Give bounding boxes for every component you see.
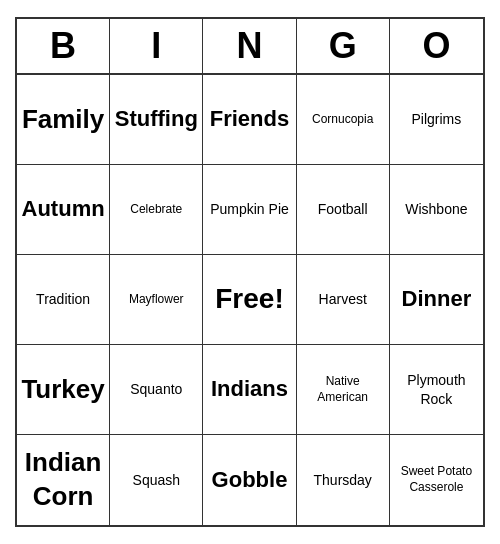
bingo-cell: Mayflower (110, 255, 203, 345)
bingo-cell: Tradition (17, 255, 110, 345)
bingo-cell: Stuffing (110, 75, 203, 165)
bingo-cell: Pilgrims (390, 75, 483, 165)
bingo-cell: Celebrate (110, 165, 203, 255)
bingo-cell: Family (17, 75, 110, 165)
bingo-cell: Indian Corn (17, 435, 110, 525)
header-letter: O (390, 19, 483, 73)
bingo-cell: Football (297, 165, 390, 255)
header-letter: I (110, 19, 203, 73)
bingo-card: BINGO FamilyStuffingFriendsCornucopiaPil… (15, 17, 485, 527)
bingo-cell: Cornucopia (297, 75, 390, 165)
bingo-cell: Gobble (203, 435, 296, 525)
bingo-cell: Pumpkin Pie (203, 165, 296, 255)
bingo-cell: Squanto (110, 345, 203, 435)
bingo-cell: Indians (203, 345, 296, 435)
header-letter: N (203, 19, 296, 73)
bingo-cell: Native American (297, 345, 390, 435)
header-letter: B (17, 19, 110, 73)
bingo-cell: Harvest (297, 255, 390, 345)
bingo-cell: Free! (203, 255, 296, 345)
bingo-cell: Dinner (390, 255, 483, 345)
bingo-cell: Plymouth Rock (390, 345, 483, 435)
bingo-cell: Turkey (17, 345, 110, 435)
bingo-cell: Friends (203, 75, 296, 165)
header-letter: G (297, 19, 390, 73)
bingo-cell: Wishbone (390, 165, 483, 255)
bingo-cell: Thursday (297, 435, 390, 525)
bingo-cell: Sweet Potato Casserole (390, 435, 483, 525)
bingo-cell: Autumn (17, 165, 110, 255)
bingo-grid: FamilyStuffingFriendsCornucopiaPilgrimsA… (17, 75, 483, 525)
bingo-header: BINGO (17, 19, 483, 75)
bingo-cell: Squash (110, 435, 203, 525)
